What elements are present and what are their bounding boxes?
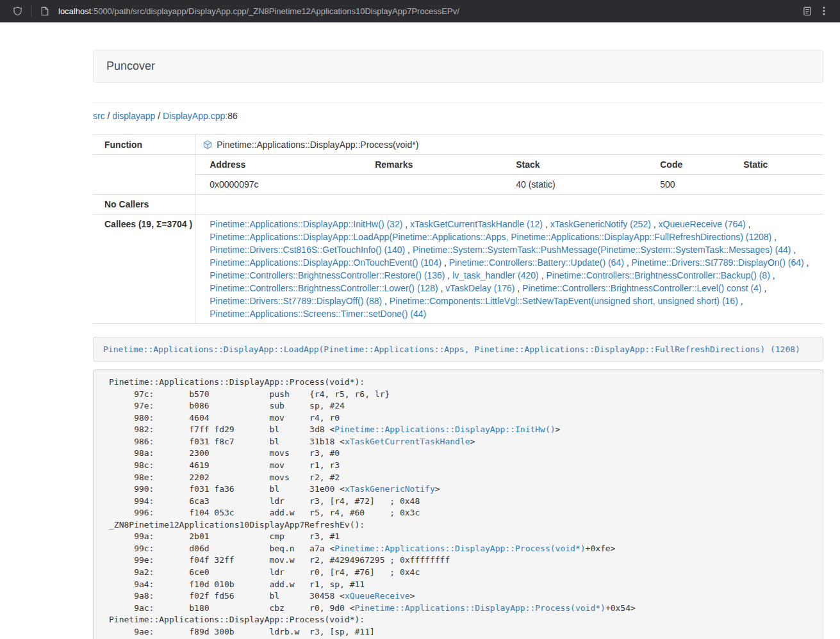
column-value: 500 <box>646 175 729 195</box>
stats-row: AddressRemarksStackCodeStatic 0x0000097c… <box>93 155 823 195</box>
callee-link[interactable]: Pinetime::Drivers::Cst816S::GetTouchInfo… <box>210 245 405 255</box>
menu-kebab-icon[interactable] <box>816 3 832 19</box>
function-table: Function Pinetime::Applications::Display… <box>93 134 823 324</box>
callee-link[interactable]: Pinetime::Applications::DisplayApp::Load… <box>210 232 771 242</box>
callees-list: Pinetime::Applications::DisplayApp::Init… <box>195 214 823 324</box>
stats-row-label <box>93 155 195 195</box>
toolbar-separator <box>31 5 31 17</box>
disassembly-block: Pinetime::Applications::DisplayApp::Proc… <box>93 369 823 639</box>
breadcrumb-link[interactable]: displayapp <box>112 111 155 121</box>
shield-icon[interactable] <box>9 3 26 19</box>
function-label: Function <box>93 135 195 155</box>
column-header: Static <box>729 155 823 175</box>
callees-row: Callees (19, Σ=3704 ) Pinetime::Applicat… <box>93 214 823 324</box>
code-symbol-link[interactable]: xTaskGetCurrentTaskHandle <box>345 437 470 446</box>
callee-link[interactable]: xQueueReceive (764) <box>659 219 746 229</box>
callers-row: No Callers <box>93 195 823 214</box>
callee-link[interactable]: xTaskGenericNotify (252) <box>550 219 651 229</box>
selected-symbol-link[interactable]: Pinetime::Applications::DisplayApp::Load… <box>103 344 800 354</box>
callee-link[interactable]: Pinetime::Applications::DisplayApp::OnTo… <box>210 257 441 268</box>
navbar: Puncover <box>93 50 823 83</box>
symbol-stats-table: AddressRemarksStackCodeStatic 0x0000097c… <box>195 155 823 194</box>
callee-link[interactable]: Pinetime::Components::LittleVgl::SetNewT… <box>390 296 738 306</box>
column-value <box>361 175 502 195</box>
callee-link[interactable]: Pinetime::Controllers::BrightnessControl… <box>210 270 445 280</box>
breadcrumb-link[interactable]: src <box>93 111 105 121</box>
column-header: Remarks <box>361 155 502 175</box>
callee-link[interactable]: Pinetime::Controllers::BrightnessControl… <box>522 283 761 293</box>
column-header: Code <box>646 155 729 175</box>
column-header: Stack <box>502 155 646 175</box>
column-value <box>729 175 823 195</box>
callee-link[interactable]: lv_task_handler (420) <box>452 270 539 280</box>
callee-link[interactable]: xTaskGetCurrentTaskHandle (12) <box>410 219 543 229</box>
breadcrumb: src / displayapp / DisplayApp.cpp:86 <box>93 109 823 122</box>
stats-value-row: 0x0000097c40 (static)500 <box>195 175 823 195</box>
url-input[interactable]: localhost:5000/path/src/displayapp/Displ… <box>58 6 799 16</box>
callee-link[interactable]: Pinetime::Controllers::BrightnessControl… <box>210 283 438 293</box>
url-host: localhost <box>58 6 91 16</box>
breadcrumb-link[interactable]: DisplayApp.cpp: <box>163 111 227 121</box>
column-value: 40 (static) <box>502 175 646 195</box>
selected-symbol-panel: Pinetime::Applications::DisplayApp::Load… <box>93 337 823 362</box>
callee-link[interactable]: Pinetime::Drivers::St7789::DisplayOff() … <box>210 296 382 306</box>
stats-header-row: AddressRemarksStackCodeStatic <box>195 155 823 175</box>
page-icon[interactable] <box>37 3 53 19</box>
code-symbol-link[interactable]: xTaskGenericNotify <box>345 484 435 494</box>
column-header: Address <box>195 155 361 175</box>
column-value: 0x0000097c <box>195 175 361 195</box>
callee-link[interactable]: Pinetime::Drivers::St7789::DisplayOn() (… <box>632 257 804 268</box>
code-symbol-link[interactable]: Pinetime::Applications::DisplayApp::Init… <box>334 425 555 434</box>
callee-link[interactable]: Pinetime::System::SystemTask::PushMessag… <box>413 245 791 255</box>
code-symbol-link[interactable]: Pinetime::Applications::DisplayApp::Proc… <box>355 603 605 613</box>
function-cube-icon <box>203 140 212 149</box>
reader-view-icon[interactable] <box>799 3 816 19</box>
page-content: Puncover src / displayapp / DisplayApp.c… <box>93 50 823 639</box>
browser-toolbar: localhost:5000/path/src/displayapp/Displ… <box>0 0 840 22</box>
callee-link[interactable]: Pinetime::Controllers::BrightnessControl… <box>546 270 770 280</box>
function-row: Function Pinetime::Applications::Display… <box>93 135 823 155</box>
callee-link[interactable]: vTaskDelay (176) <box>445 283 515 293</box>
code-symbol-link[interactable]: Pinetime::Applications::DisplayApp::Proc… <box>334 544 585 553</box>
brand-link[interactable]: Puncover <box>106 60 155 73</box>
no-callers-label: No Callers <box>93 195 195 214</box>
content-divider <box>93 102 823 103</box>
callees-label: Callees (19, Σ=3704 ) <box>93 214 195 324</box>
url-path: :5000/path/src/displayapp/DisplayApp.cpp… <box>91 6 459 16</box>
callee-link[interactable]: Pinetime::Applications::Screens::Timer::… <box>210 309 426 319</box>
callee-link[interactable]: Pinetime::Applications::DisplayApp::Init… <box>210 219 402 229</box>
function-symbol: Pinetime::Applications::DisplayApp::Proc… <box>217 138 418 151</box>
callee-link[interactable]: Pinetime::Controllers::Battery::Update()… <box>449 257 624 268</box>
code-symbol-link[interactable]: xQueueReceive <box>345 591 410 601</box>
